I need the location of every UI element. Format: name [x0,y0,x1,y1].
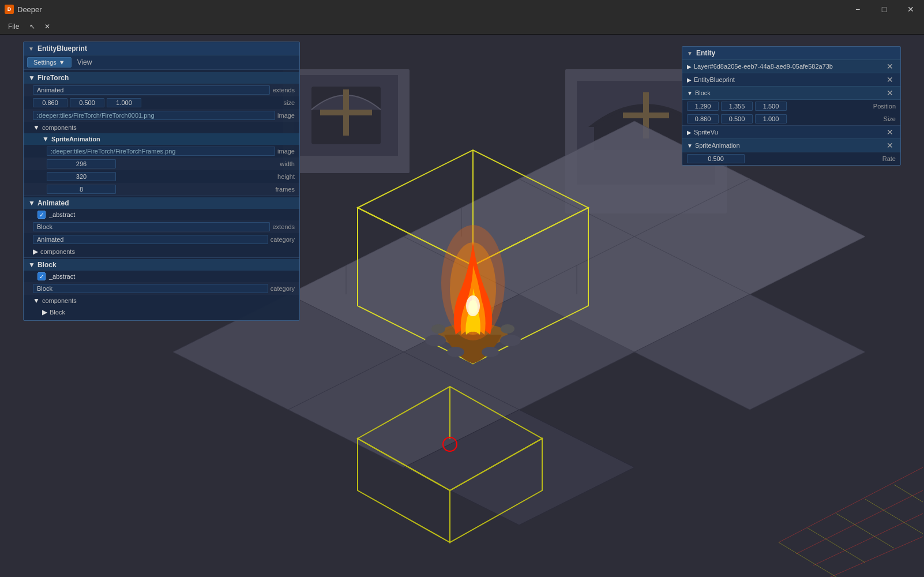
sprite-animation-title: SpriteAnimation [51,136,100,143]
block-abstract-row[interactable]: ✓ _abstract [24,271,299,282]
firetorch-title: FireTorch [37,74,69,82]
block-components-label: components [42,297,77,304]
firetorch-size-z[interactable]: 1.000 [107,98,141,107]
animated-triangle-icon: ▼ [28,199,35,207]
block-triangle-icon: ▼ [28,261,35,269]
firetorch-size-label: size [283,99,295,106]
block-abstract-label: _abstract [49,273,75,280]
svg-rect-5 [320,110,372,115]
svg-point-40 [482,347,499,357]
settings-arrow-icon: ▼ [59,59,65,66]
close-button[interactable]: ✕ [897,0,924,18]
panel-content: ▼ FireTorch Animated extends 0.860 0.500… [24,70,299,320]
entity-pos-y[interactable]: 1.355 [721,102,753,111]
panel-toolbar: Settings ▼ View [24,55,299,70]
block-sub-triangle-icon: ▶ [42,308,47,316]
sprite-width-label: width [280,160,295,167]
settings-button[interactable]: Settings ▼ [27,57,72,68]
block-title: Block [37,261,57,269]
window-controls: − □ ✕ [844,0,924,18]
sprite-image-path[interactable]: :deeper:tiles/FireTorch/FireTorchFrames.… [47,147,275,156]
entity-blueprint-header[interactable]: ▼ EntityBlueprint [24,42,299,55]
animated-components-header[interactable]: ▶ components [24,246,299,257]
layer-close-button[interactable]: ✕ [884,62,896,71]
entity-panel-header[interactable]: ▼ Entity [682,47,900,60]
sprite-image-label: image [277,148,295,155]
svg-point-38 [500,335,521,346]
entity-bp-close-button[interactable]: ✕ [884,75,896,84]
animated-components-triangle-icon: ▶ [33,248,38,256]
layer-play-icon: ▶ [687,63,692,70]
entity-position-row: 1.290 1.355 1.500 Position [682,100,900,113]
block-category-value[interactable]: Block [33,284,268,293]
pointer-tool[interactable]: ↖ [25,20,40,33]
entity-bp-label: EntityBlueprint [694,76,882,83]
sprite-height-value[interactable]: 320 [47,172,116,181]
entity-rate-label: Rate [882,155,896,162]
settings-label: Settings [33,59,57,66]
firetorch-components-header[interactable]: ▼ components [24,122,299,133]
entity-panel: ▼ Entity ▶ Layer#6d8a205e-eeb7-44a8-aed9… [682,46,901,166]
svg-point-39 [447,347,464,357]
entity-block-header[interactable]: ▼ Block ✕ [682,87,900,100]
menu-file[interactable]: File [2,20,25,33]
block-section-header[interactable]: ▼ Block [24,259,299,271]
firetorch-extends-value[interactable]: Animated [33,85,270,95]
block-components-triangle-icon: ▼ [33,297,40,305]
svg-point-37 [425,335,446,346]
animated-abstract-row[interactable]: ✓ _abstract [24,209,299,220]
block-abstract-checkbox[interactable]: ✓ [37,272,46,280]
app-icon-letter: D [7,6,12,12]
firetorch-section-header[interactable]: ▼ FireTorch [24,72,299,84]
entity-pos-x[interactable]: 1.290 [687,102,719,111]
entity-blueprint-row[interactable]: ▶ EntityBlueprint ✕ [682,73,900,87]
entity-size-y[interactable]: 0.500 [721,114,753,123]
firetorch-extends-label: extends [272,87,295,93]
firetorch-components-triangle-icon: ▼ [33,123,40,132]
layer-row[interactable]: ▶ Layer#6d8a205e-eeb7-44a8-aed9-05afe582… [682,60,900,73]
maximize-button[interactable]: □ [871,0,897,18]
entity-block-close-button[interactable]: ✕ [884,88,896,98]
sprite-frames-label: frames [275,186,295,193]
animated-title: Animated [37,199,69,207]
menubar: File ↖ ✕ [0,18,924,35]
entity-size-label: Size [884,115,896,122]
minimize-button[interactable]: − [844,0,871,18]
entity-sprite-anim-title: SpriteAnimation [695,142,882,149]
collapse-triangle-icon: ▼ [28,46,34,52]
app-title: Deeper [17,5,42,14]
animated-abstract-checkbox[interactable]: ✓ [37,211,46,219]
entity-pos-z[interactable]: 1.500 [755,102,787,111]
entity-size-z[interactable]: 1.000 [755,114,787,123]
entity-size-x[interactable]: 0.860 [687,114,719,123]
close-tab-icon[interactable]: ✕ [40,20,55,33]
animated-category-value[interactable]: Animated [33,235,268,244]
block-sub-header[interactable]: ▶ Block [24,306,299,318]
entity-sprite-anim-close-button[interactable]: ✕ [884,141,896,150]
app-icon: D [5,5,14,14]
block-components-header[interactable]: ▼ components [24,295,299,306]
entity-rate-value[interactable]: 0.500 [687,154,745,163]
animated-extends-label: extends [272,223,295,230]
entity-pos-label: Position [873,103,896,110]
sprite-frames-value[interactable]: 8 [47,185,116,194]
sprite-animation-header[interactable]: ▼ SpriteAnimation [24,133,299,145]
sprite-vu-row[interactable]: ▶ SpriteVu ✕ [682,126,900,139]
firetorch-image-path[interactable]: :deeper:tiles/FireTorch/FireTorch0001.pn… [33,111,275,120]
panel-title: EntityBlueprint [37,44,87,53]
firetorch-size-y[interactable]: 0.500 [70,98,104,107]
entity-sprite-animation-header[interactable]: ▼ SpriteAnimation ✕ [682,139,900,152]
sprite-width-value[interactable]: 296 [47,159,116,168]
view-label: View [77,58,92,66]
titlebar: D Deeper − □ ✕ [0,0,924,18]
animated-components-label: components [40,248,75,255]
sprite-vu-close-button[interactable]: ✕ [884,128,896,137]
entity-block-section: ▼ Block ✕ 1.290 1.355 1.500 Position 0.8… [682,87,900,126]
firetorch-size-x[interactable]: 0.860 [33,98,67,107]
animated-category-label: category [271,236,295,243]
animated-section-header[interactable]: ▼ Animated [24,197,299,209]
entity-bp-arrow-icon: ▶ [687,77,692,83]
animated-extends-value[interactable]: Block [33,222,270,231]
entity-blueprint-panel: ▼ EntityBlueprint Settings ▼ View ▼ Fire… [23,42,300,321]
main-area: ▼ EntityBlueprint Settings ▼ View ▼ Fire… [0,35,924,577]
